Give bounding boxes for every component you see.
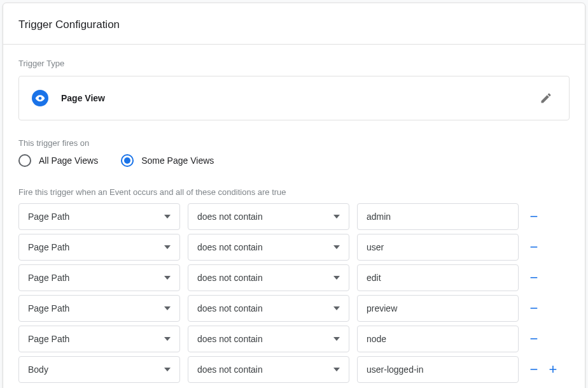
variable-select[interactable]: Body: [18, 356, 180, 383]
radio-unchecked-icon: [18, 154, 31, 167]
caret-down-icon: [333, 215, 340, 219]
variable-select[interactable]: Page Path: [18, 326, 180, 352]
trigger-config-card: Trigger Configuration Trigger Type Page …: [3, 3, 585, 388]
page-title: Trigger Configuration: [18, 18, 570, 31]
radio-checked-icon: [121, 154, 134, 167]
eye-icon: [32, 90, 48, 106]
operator-select[interactable]: does not contain: [188, 234, 349, 261]
value-input[interactable]: [357, 234, 519, 261]
card-header: Trigger Configuration: [3, 3, 585, 45]
fires-on-label: This trigger fires on: [18, 138, 570, 148]
caret-down-icon: [333, 276, 340, 280]
operator-select[interactable]: does not contain: [188, 203, 349, 230]
trigger-type-name: Page View: [61, 93, 536, 103]
caret-down-icon: [164, 306, 171, 310]
variable-select[interactable]: Page Path: [18, 295, 180, 322]
add-condition-button[interactable]: +: [545, 362, 561, 377]
variable-value: Page Path: [28, 334, 69, 344]
caret-down-icon: [333, 245, 340, 249]
value-input[interactable]: [357, 295, 519, 322]
variable-select[interactable]: Page Path: [18, 203, 180, 230]
operator-value: does not contain: [197, 334, 263, 344]
row-actions: −: [526, 209, 562, 224]
remove-condition-button[interactable]: −: [526, 240, 542, 255]
variable-select[interactable]: Page Path: [18, 234, 180, 261]
condition-row: Page Pathdoes not contain−: [18, 264, 570, 291]
radio-some-page-views[interactable]: Some Page Views: [121, 154, 214, 167]
radio-all-page-views[interactable]: All Page Views: [18, 154, 98, 167]
remove-condition-button[interactable]: −: [526, 301, 542, 316]
condition-row: Page Pathdoes not contain−: [18, 295, 570, 322]
minus-icon: −: [530, 208, 538, 225]
minus-icon: −: [530, 269, 538, 286]
caret-down-icon: [164, 337, 171, 341]
trigger-type-label: Trigger Type: [18, 59, 570, 68]
pencil-icon: [540, 92, 552, 104]
remove-condition-button[interactable]: −: [526, 362, 542, 377]
operator-select[interactable]: does not contain: [188, 264, 349, 291]
row-actions: −: [526, 301, 562, 316]
trigger-type-box[interactable]: Page View: [18, 76, 570, 120]
caret-down-icon: [333, 337, 340, 341]
fires-on-radio-group: All Page Views Some Page Views: [18, 154, 570, 167]
operator-value: does not contain: [197, 212, 263, 222]
caret-down-icon: [164, 215, 171, 219]
row-actions: −: [526, 240, 562, 255]
variable-value: Body: [28, 364, 48, 375]
minus-icon: −: [530, 361, 538, 378]
card-body: Trigger Type Page View This trigger fire…: [3, 45, 585, 388]
edit-button[interactable]: [536, 88, 556, 108]
caret-down-icon: [164, 276, 171, 280]
operator-value: does not contain: [197, 242, 263, 252]
svg-point-0: [39, 97, 42, 100]
minus-icon: −: [530, 300, 538, 317]
operator-select[interactable]: does not contain: [188, 326, 349, 352]
plus-icon: +: [549, 361, 557, 378]
row-actions: −: [526, 270, 562, 285]
row-actions: −: [526, 331, 562, 347]
condition-row: Page Pathdoes not contain−: [18, 234, 570, 261]
operator-select[interactable]: does not contain: [188, 295, 349, 322]
caret-down-icon: [333, 306, 340, 310]
variable-value: Page Path: [28, 242, 69, 252]
operator-value: does not contain: [197, 364, 263, 375]
minus-icon: −: [530, 331, 538, 347]
condition-row: Bodydoes not contain−+: [18, 356, 570, 383]
value-input[interactable]: [357, 356, 519, 383]
condition-row: Page Pathdoes not contain−: [18, 326, 570, 352]
remove-condition-button[interactable]: −: [526, 331, 542, 347]
radio-all-label: All Page Views: [39, 155, 98, 166]
row-actions: −+: [526, 362, 562, 377]
variable-value: Page Path: [28, 212, 69, 222]
caret-down-icon: [164, 245, 171, 249]
conditions-label: Fire this trigger when an Event occurs a…: [18, 187, 570, 197]
value-input[interactable]: [357, 326, 519, 352]
variable-value: Page Path: [28, 273, 69, 283]
minus-icon: −: [530, 239, 538, 255]
variable-value: Page Path: [28, 303, 69, 313]
operator-value: does not contain: [197, 273, 263, 283]
operator-value: does not contain: [197, 303, 263, 313]
conditions-container: Page Pathdoes not contain−Page Pathdoes …: [18, 203, 570, 383]
caret-down-icon: [164, 368, 171, 371]
operator-select[interactable]: does not contain: [188, 356, 349, 383]
condition-row: Page Pathdoes not contain−: [18, 203, 570, 230]
caret-down-icon: [333, 368, 340, 371]
value-input[interactable]: [357, 203, 519, 230]
variable-select[interactable]: Page Path: [18, 264, 180, 291]
value-input[interactable]: [357, 264, 519, 291]
remove-condition-button[interactable]: −: [526, 270, 542, 285]
remove-condition-button[interactable]: −: [526, 209, 542, 224]
radio-some-label: Some Page Views: [141, 155, 214, 166]
